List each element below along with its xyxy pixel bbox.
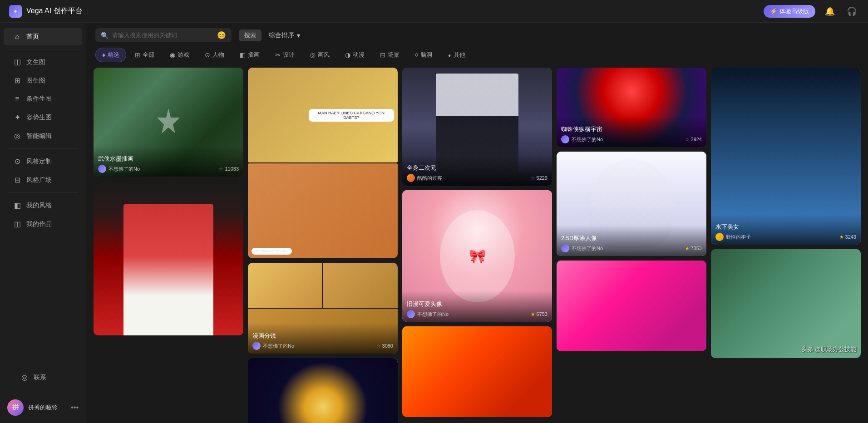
upgrade-button[interactable]: ⚡ 体验高级版 [764, 5, 815, 18]
sidebar-item-style-plaza[interactable]: ⊟ 风格广场 [4, 171, 82, 189]
app-title: Vega AI 创作平台 [26, 6, 83, 16]
filter-label-brainstorm: 脑洞 [420, 51, 432, 59]
filter-tab-person[interactable]: ⊙ 人物 [198, 48, 231, 62]
contact-icon: ◎ [20, 373, 29, 382]
upgrade-icon: ⚡ [770, 8, 777, 15]
card-meta: 不想佛了的No ★ 7353 [561, 244, 702, 252]
card-stars: ★ 6753 [531, 311, 547, 317]
sidebar-divider-3 [7, 192, 79, 193]
masonry-grid: 武侠水墨插画 不想佛了的No ☆ 11033 [94, 68, 861, 423]
notification-button[interactable]: 🔔 [823, 4, 837, 19]
filter-label-person: 人物 [212, 51, 224, 59]
filter-tab-brainstorm[interactable]: ◊ 脑洞 [408, 48, 439, 62]
card-comic[interactable]: 编辑精选 MAN HAER LINED CARGANO YON DAETS? B… [248, 68, 398, 258]
design-icon: ✂ [275, 51, 281, 59]
card-meta: 野性的柜子 ★ 3243 [715, 233, 856, 241]
card-title: 武侠水墨插画 [98, 155, 239, 163]
card-spiderman[interactable]: 编辑精选 蜘蛛侠纵横宇宙 不想佛了的No [557, 68, 706, 147]
card-thick[interactable]: 编辑精选 2.5D厚涂人像 不想佛了 [557, 152, 706, 256]
brainstorm-icon: ◊ [415, 51, 418, 59]
headphone-button[interactable]: 🎧 [844, 4, 859, 19]
author-name: 野性的柜子 [726, 234, 751, 241]
sort-button[interactable]: 综合排序 ▾ [269, 31, 300, 39]
main-layout: ⌂ 首页 ◫ 文生图 ⊞ 图生图 ≡ 条件生图 ✦ 姿势生图 ◎ 智能 [0, 23, 868, 423]
sidebar-item-text-to-image[interactable]: ◫ 文生图 [4, 53, 82, 71]
watermark: 头条 @职场办公技能 [802, 345, 856, 354]
filter-tab-painting[interactable]: ◎ 画风 [303, 48, 336, 62]
sidebar-item-pose[interactable]: ✦ 姿势生图 [4, 108, 82, 126]
card-umbrella[interactable]: 编辑精选 头条 @职场办公技能 [711, 249, 861, 358]
search-emoji-icon: 😊 [217, 31, 226, 39]
sidebar-label-smart-edit: 智能编辑 [26, 132, 52, 140]
text-image-icon: ◫ [13, 58, 22, 66]
filter-tabs: ♦ 精选 ⊞ 全部 ◉ 游戏 ⊙ 人物 ◧ 插画 ✂ 设计 [86, 48, 868, 68]
more-button[interactable]: ••• [71, 403, 79, 412]
card-moon[interactable]: 编辑精选 [248, 358, 398, 423]
sidebar-item-contact[interactable]: ◎ 联系 [11, 369, 75, 386]
chevron-down-icon: ▾ [297, 32, 300, 39]
card-overlay: 蜘蛛侠纵横宇宙 不想佛了的No ☆ 3924 [557, 116, 706, 147]
author-name: 不想佛了的No [572, 136, 603, 143]
author-name: 不想佛了的No [108, 166, 140, 172]
card-author: 不想佛了的No [561, 244, 603, 252]
filter-tab-selected[interactable]: ♦ 精选 [95, 48, 126, 62]
painting-icon: ◎ [310, 51, 316, 59]
sidebar-item-my-style[interactable]: ◧ 我的风格 [4, 197, 82, 214]
sidebar-item-home[interactable]: ⌂ 首页 [4, 28, 82, 45]
user-profile: 拼 拼搏的哑铃 ••• [0, 392, 86, 423]
card-overlay: 2.5D厚涂人像 不想佛了的No ★ 7353 [557, 225, 706, 256]
filter-tab-game[interactable]: ◉ 游戏 [163, 48, 196, 62]
card-underwater[interactable]: 水下美女 野性的柜子 ★ 3243 [711, 68, 861, 245]
pose-icon: ✦ [13, 113, 22, 122]
card-crystal[interactable]: 编辑精选 [557, 261, 706, 351]
filter-tab-design[interactable]: ✂ 设计 [268, 48, 301, 62]
filter-tab-other[interactable]: ⬧ 其他 [441, 48, 472, 62]
card-anime-girl[interactable]: 编辑精选 全身二次元 酷酷的过客 [402, 68, 552, 186]
author-avatar [98, 165, 106, 173]
style-custom-icon: ⊙ [13, 157, 22, 166]
card-manga[interactable]: 漫画分镜 不想佛了的No ☆ 3080 [248, 263, 398, 354]
my-style-icon: ◧ [13, 201, 22, 210]
filter-label-all: 全部 [143, 51, 154, 59]
card-fox[interactable]: 编辑精选 [402, 326, 552, 417]
sidebar: ⌂ 首页 ◫ 文生图 ⊞ 图生图 ≡ 条件生图 ✦ 姿势生图 ◎ 智能 [0, 23, 86, 423]
sidebar-label-text-to-image: 文生图 [26, 58, 45, 66]
sidebar-label-my-works: 我的作品 [26, 220, 52, 228]
star-count: 7353 [691, 246, 702, 251]
star-count: 3243 [845, 234, 856, 240]
sidebar-item-smart-edit[interactable]: ◎ 智能编辑 [4, 127, 82, 145]
card-author: 酷酷的过客 [407, 174, 442, 182]
star-icon: ★ [839, 234, 844, 240]
card-overlay: 漫画分镜 不想佛了的No ☆ 3080 [248, 323, 398, 354]
filter-tab-scene[interactable]: ⊟ 场景 [373, 48, 406, 62]
star-icon: ☆ [219, 166, 223, 172]
scene-icon: ⊟ [380, 51, 385, 59]
image-image-icon: ⊞ [13, 76, 22, 85]
my-works-icon: ◫ [13, 220, 22, 228]
sidebar-item-style-custom[interactable]: ⊙ 风格定制 [4, 152, 82, 170]
card-fashion[interactable]: 编辑精选 [94, 181, 243, 335]
author-name: 不想佛了的No [417, 311, 449, 318]
card-title: 2.5D厚涂人像 [561, 234, 702, 242]
search-input[interactable] [112, 32, 213, 39]
card-wuxia[interactable]: 武侠水墨插画 不想佛了的No ☆ 11033 [94, 68, 243, 177]
filter-tab-all[interactable]: ⊞ 全部 [128, 48, 161, 62]
card-title: 漫画分镜 [252, 332, 393, 340]
card-author: 不想佛了的No [252, 342, 294, 350]
card-meta: 酷酷的过客 ☆ 5229 [407, 174, 547, 182]
star-count: 3924 [691, 137, 702, 142]
author-avatar [715, 233, 724, 241]
user-avatar: 拼 [7, 399, 24, 416]
card-cute-girl[interactable]: 编辑精选 🎀 旧漫可爱头像 不想佛了 [402, 190, 552, 322]
sidebar-item-condition[interactable]: ≡ 条件生图 [4, 90, 82, 108]
filter-tab-illustration[interactable]: ◧ 插画 [233, 48, 266, 62]
sort-label: 综合排序 [269, 31, 294, 39]
sidebar-item-image-to-image[interactable]: ⊞ 图生图 [4, 72, 82, 89]
sidebar-item-my-works[interactable]: ◫ 我的作品 [4, 215, 82, 233]
sidebar-label-home: 首页 [26, 33, 39, 41]
person-icon: ⊙ [205, 51, 210, 59]
illustration-icon: ◧ [240, 51, 246, 59]
star-count: 3080 [382, 343, 393, 349]
filter-tab-anime[interactable]: ◑ 动漫 [338, 48, 371, 62]
search-button[interactable]: 搜索 [239, 30, 261, 41]
